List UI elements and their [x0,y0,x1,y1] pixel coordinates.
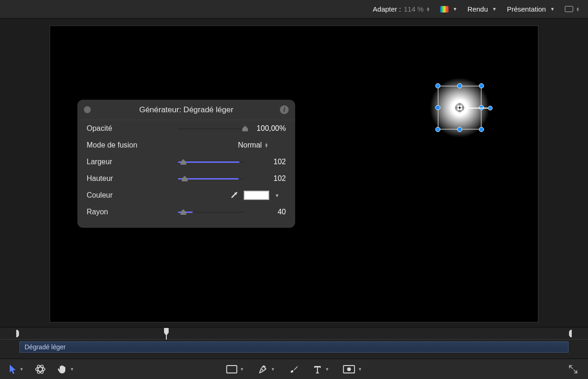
pen-tool[interactable]: ▼ [258,364,275,375]
radius-value[interactable]: 40 [250,208,286,216]
selected-object[interactable] [438,86,481,129]
opacity-label: Opacité [87,124,163,133]
resize-handle-l[interactable] [436,105,441,110]
hud-header[interactable]: Générateur: Dégradé léger i [77,100,295,120]
color-channels-menu[interactable]: ▼ [440,6,457,13]
eyedropper-icon[interactable] [230,191,239,200]
hud-row-radius: Rayon 40 [77,204,295,220]
shape-tool[interactable]: ▼ [226,365,244,373]
blend-mode-label: Mode de fusion [87,141,163,149]
chevron-down-icon: ▼ [19,367,24,372]
zoom-adapter-label: Adapter : [373,5,401,13]
svg-point-16 [262,369,263,370]
view-layout-icon [565,6,573,12]
svg-rect-15 [227,366,237,373]
render-menu[interactable]: Rendu ▼ [468,5,497,13]
canvas-area: Générateur: Dégradé léger i Opacité 100,… [0,19,588,327]
height-value[interactable]: 102 [250,174,286,183]
radius-label: Rayon [87,208,163,216]
width-label: Largeur [87,158,163,166]
anchor-crosshair-icon[interactable] [455,103,465,113]
opacity-slider[interactable] [178,124,245,133]
hud-row-opacity: Opacité 100,00% [77,120,295,137]
svg-point-18 [347,367,351,371]
hud-close-dot[interactable] [84,106,91,113]
hud-row-height: Hauteur 102 [77,170,295,187]
timeline-clip-name: Dégradé léger [25,343,66,351]
blend-mode-select[interactable]: Normal ▲▼ [238,141,268,149]
chevron-down-icon[interactable]: ▼ [275,193,279,198]
height-slider[interactable] [178,174,245,183]
svg-point-12 [36,367,45,371]
timeline-ruler[interactable] [0,328,588,340]
hud-row-blend: Mode de fusion Normal ▲▼ [77,137,295,154]
resize-handle-tr[interactable] [479,84,484,89]
bottom-toolbar: ▼ ▼ ▼ ▼ ▼ [0,359,588,379]
presentation-menu[interactable]: Présentation ▼ [507,5,555,13]
width-slider[interactable] [178,157,245,167]
stepper-chevrons-icon: ▲▼ [576,7,580,12]
expand-fullscreen-icon[interactable] [569,365,578,374]
pan-tool[interactable]: ▼ [57,364,74,374]
svg-point-10 [459,107,461,109]
color-label: Couleur [87,191,163,199]
resize-handle-b[interactable] [457,127,462,132]
stepper-chevrons-icon: ▲▼ [426,7,430,12]
chevron-down-icon: ▼ [240,367,244,372]
info-icon[interactable]: i [280,105,289,114]
opacity-value[interactable]: 100,00% [250,124,286,133]
stepper-chevrons-icon: ▲▼ [265,143,268,148]
resize-handle-tl[interactable] [436,84,441,89]
select-tool[interactable]: ▼ [8,364,24,374]
zoom-value: 114 % [404,5,424,13]
chevron-down-icon: ▼ [70,367,74,372]
playhead[interactable] [163,328,170,340]
hud-title: Générateur: Dégradé léger [139,105,233,115]
chevron-down-icon: ▼ [453,6,457,12]
width-value[interactable]: 102 [250,158,286,166]
paint-tool[interactable] [289,364,299,374]
chevron-down-icon: ▼ [550,6,555,12]
color-channels-icon [440,6,449,13]
color-swatch[interactable] [244,191,269,200]
chevron-down-icon: ▼ [358,367,362,372]
presentation-label: Présentation [507,5,546,13]
svg-rect-11 [166,335,167,340]
top-toolbar: Adapter : 114 % ▲▼ ▼ Rendu ▼ Présentatio… [0,0,588,19]
resize-handle-t[interactable] [457,84,462,89]
mask-tool[interactable]: ▼ [343,365,362,373]
hud-row-width: Largeur 102 [77,154,295,170]
view-layout-menu[interactable]: ▲▼ [565,6,580,12]
timeline-clip[interactable]: Dégradé léger [19,341,569,353]
in-point-marker-icon[interactable] [16,329,19,338]
chevron-down-icon: ▼ [271,367,275,372]
3d-transform-tool[interactable] [35,364,46,375]
height-label: Hauteur [87,174,163,183]
out-point-marker-icon[interactable] [569,329,572,338]
hud-inspector[interactable]: Générateur: Dégradé léger i Opacité 100,… [77,100,295,228]
mini-timeline: Dégradé léger [0,327,588,359]
render-label: Rendu [468,5,488,13]
chevron-down-icon: ▼ [492,6,497,12]
radius-slider[interactable] [178,207,245,217]
hud-row-color: Couleur ▼ [77,187,295,204]
zoom-adapter-menu[interactable]: Adapter : 114 % ▲▼ [373,5,430,13]
text-tool[interactable]: ▼ [313,365,329,374]
blend-mode-value: Normal [238,141,262,149]
chevron-down-icon: ▼ [325,367,329,372]
resize-handle-br[interactable] [479,127,484,132]
rotation-handle[interactable] [488,106,493,110]
resize-handle-bl[interactable] [436,127,441,132]
